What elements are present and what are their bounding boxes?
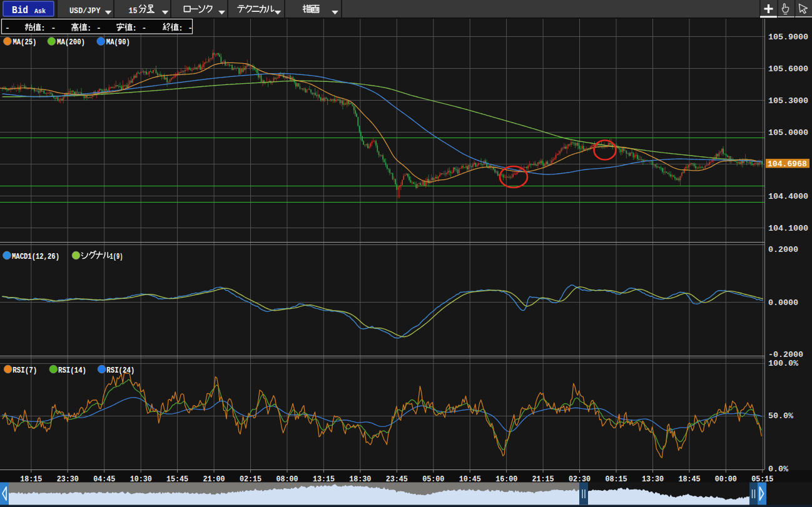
svg-text:05:00: 05:00 [422,475,444,484]
svg-text:13:15: 13:15 [313,475,335,484]
svg-text:RSI(24): RSI(24) [106,366,134,375]
svg-text::: : [41,24,46,33]
svg-text:-: - [188,24,193,33]
svg-text:02:30: 02:30 [569,475,591,484]
svg-text:21:00: 21:00 [203,475,225,484]
svg-text:104.4000: 104.4000 [768,192,808,201]
svg-text:04:45: 04:45 [93,475,115,484]
svg-text:0.2000: 0.2000 [768,245,798,254]
svg-text:08:15: 08:15 [606,475,627,484]
svg-text:MA(90): MA(90) [106,38,130,47]
svg-text:RSI(7): RSI(7) [13,366,37,375]
svg-text:-: - [5,24,10,33]
svg-text:18:45: 18:45 [678,475,700,484]
svg-text:05:15: 05:15 [751,475,773,484]
svg-text:02:15: 02:15 [240,475,261,484]
svg-text:13:30: 13:30 [642,475,664,484]
svg-text::: : [87,24,92,33]
svg-text:21:15: 21:15 [532,475,554,484]
svg-text:Bid: Bid [12,5,28,16]
svg-text:MA(200): MA(200) [57,38,85,47]
svg-text:-: - [51,24,56,33]
svg-text:105.0000: 105.0000 [768,128,808,138]
svg-text:100.0%: 100.0% [768,359,799,368]
svg-text:23:30: 23:30 [57,475,79,484]
svg-text:15: 15 [129,6,138,16]
svg-text::: : [178,24,183,33]
svg-text:MA(25): MA(25) [13,38,36,47]
svg-text:1(9): 1(9) [110,253,123,261]
svg-text:RSI(14): RSI(14) [58,366,86,375]
svg-text:10:45: 10:45 [459,475,481,484]
svg-text:10:30: 10:30 [130,475,152,484]
svg-text:USD/JPY: USD/JPY [69,6,101,16]
svg-text:MACD1(12,26): MACD1(12,26) [12,253,59,261]
svg-text:08:00: 08:00 [276,475,298,484]
svg-text:104.1000: 104.1000 [768,224,808,233]
svg-text::: : [132,24,137,33]
svg-text:23:45: 23:45 [386,475,408,484]
svg-text:105.3000: 105.3000 [768,96,808,106]
svg-text:15:45: 15:45 [166,475,188,484]
svg-text:18:30: 18:30 [349,475,371,484]
svg-text:18:15: 18:15 [20,475,42,484]
svg-text:16:00: 16:00 [495,475,517,484]
svg-text:-: - [142,24,147,33]
svg-text:105.6000: 105.6000 [768,64,808,74]
svg-text:00:00: 00:00 [715,475,737,484]
svg-text:-: - [96,24,101,33]
svg-text:104.6968: 104.6968 [768,159,807,169]
svg-text:0.0%: 0.0% [768,464,789,474]
svg-text:50.0%: 50.0% [768,411,794,421]
svg-text:105.9000: 105.9000 [768,33,808,42]
svg-text:0.0000: 0.0000 [768,298,798,308]
svg-text:Ask: Ask [34,7,46,15]
